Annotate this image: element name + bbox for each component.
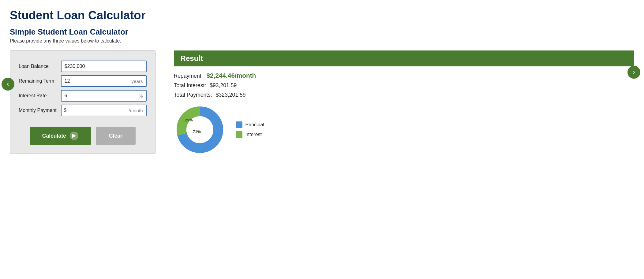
next-button[interactable]: [627, 66, 640, 79]
loan-balance-label: Loan Balance: [19, 61, 61, 72]
monthly-payment-cell: $ /month: [61, 105, 147, 116]
principal-legend-label: Principal: [245, 122, 264, 128]
remaining-term-row: Remaining Term years: [19, 75, 147, 87]
total-interest-row: Total Interest: $93,201.59: [174, 82, 634, 89]
remaining-term-cell: years: [61, 75, 147, 87]
page-title: Student Loan Calculator: [10, 9, 634, 22]
principal-color-swatch: [236, 121, 242, 128]
remaining-term-input[interactable]: [61, 75, 147, 87]
repayment-value: $2,244.46/month: [206, 72, 256, 79]
section-subtitle: Please provide any three values below to…: [10, 38, 634, 44]
donut-chart: 71% 29%: [174, 104, 226, 156]
section-heading: Simple Student Loan Calculator: [10, 28, 634, 36]
repayment-row: Repayment: $2,244.46/month: [174, 72, 634, 79]
calculate-button[interactable]: Calculate: [30, 127, 91, 145]
calculator-form: Loan Balance Remaining Term years: [10, 50, 155, 154]
interest-rate-row: Interest Rate %: [19, 90, 147, 102]
clear-button[interactable]: Clear: [96, 127, 136, 145]
play-icon: [70, 132, 78, 140]
total-interest-label: Total Interest:: [174, 82, 206, 89]
monthly-payment-row: Monthly Payment $ /month: [19, 105, 147, 116]
interest-rate-label: Interest Rate: [19, 90, 61, 102]
interest-color-swatch: [236, 131, 242, 138]
loan-balance-input[interactable]: [61, 61, 147, 72]
monthly-payment-input[interactable]: [61, 105, 147, 116]
legend-principal: Principal: [236, 121, 264, 128]
interest-pct-label: 29%: [185, 118, 193, 122]
total-interest-value: $93,201.59: [210, 82, 237, 89]
total-payments-value: $323,201.59: [216, 92, 246, 98]
total-payments-row: Total Payments: $323,201.59: [174, 92, 634, 98]
monthly-payment-label: Monthly Payment: [19, 105, 61, 116]
form-fields-table: Loan Balance Remaining Term years: [19, 58, 147, 119]
back-button[interactable]: [2, 78, 14, 91]
calculate-label: Calculate: [42, 133, 66, 139]
remaining-term-label: Remaining Term: [19, 75, 61, 87]
principal-pct-label: 71%: [193, 129, 201, 134]
chart-area: 71% 29% Principal Interest: [174, 104, 634, 156]
svg-marker-0: [72, 134, 76, 138]
result-header: Result: [174, 50, 634, 66]
donut-svg: 71% 29%: [174, 104, 226, 156]
interest-legend-label: Interest: [245, 132, 262, 137]
clear-label: Clear: [109, 133, 122, 139]
loan-balance-row: Loan Balance: [19, 61, 147, 72]
legend-interest: Interest: [236, 131, 264, 138]
result-panel: Result Repayment: $2,244.46/month Total …: [174, 50, 634, 156]
interest-rate-cell: %: [61, 90, 147, 102]
repayment-label: Repayment:: [174, 73, 203, 79]
chart-legend: Principal Interest: [236, 121, 264, 138]
total-payments-label: Total Payments:: [174, 92, 212, 98]
button-row: Calculate Clear: [19, 127, 147, 145]
interest-rate-input[interactable]: [61, 90, 147, 102]
loan-balance-cell: [61, 61, 147, 72]
